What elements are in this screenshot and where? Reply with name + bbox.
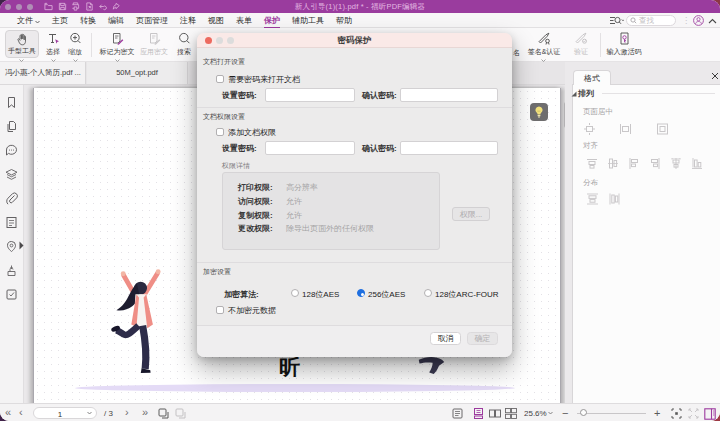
apply-redaction-button: 应用密文 [139, 30, 169, 58]
menu-form[interactable]: 表单 [236, 15, 252, 26]
search-icon [630, 17, 637, 24]
hand-tool-button[interactable]: 手型工具 [5, 30, 39, 58]
previous-view-icon[interactable] [158, 408, 169, 419]
menu-help[interactable]: 帮助 [336, 15, 352, 26]
form-edit-panel-icon[interactable] [5, 288, 18, 301]
window-title: 新人引导(1)(1).pdf * - 福昕PDF编辑器 [0, 0, 720, 13]
center-horizontal-icon[interactable] [584, 123, 595, 135]
dialog-title: 密码保护 [197, 33, 512, 48]
activation-code-button[interactable]: 输入激活码 [604, 30, 644, 58]
format-panel-tab[interactable]: 格式 [573, 70, 611, 85]
radio-aes256[interactable] [357, 289, 365, 297]
center-vertical-icon[interactable] [620, 123, 631, 135]
align-hcenter-icon[interactable] [671, 158, 682, 170]
cancel-button[interactable]: 取消 [430, 332, 461, 345]
panel-layout-toggle-icon[interactable] [704, 408, 716, 420]
last-page-button[interactable]: » [142, 406, 148, 419]
validate-button: 验证 [570, 30, 592, 58]
bookmarks-panel-icon[interactable] [5, 96, 18, 109]
radio-arcfour[interactable] [424, 289, 432, 297]
align-middle-icon[interactable] [608, 158, 619, 170]
panel-close-icon[interactable] [711, 72, 719, 80]
facing-view-icon[interactable] [489, 408, 501, 419]
align-right-icon[interactable] [650, 158, 661, 170]
menu-protect[interactable]: 保护 [264, 15, 280, 26]
set-password-input-1[interactable] [265, 88, 355, 102]
menu-accessibility[interactable]: 辅助工具 [292, 15, 324, 26]
password-protection-dialog: 密码保护 文档打开设置 需要密码来打开文档 设置密码: 确认密码: 文档权限设置… [197, 33, 512, 357]
distribute-vertical-icon[interactable] [609, 193, 620, 205]
menu-bar: 文件 主页 转换 编辑 页面管理 注释 视图 表单 保护 辅助工具 帮助 查找 … [0, 13, 720, 28]
layers-panel-icon[interactable] [5, 168, 18, 181]
menu-view[interactable]: 视图 [208, 15, 224, 26]
continuous-view-icon[interactable] [473, 408, 484, 419]
align-top-icon[interactable] [587, 158, 598, 170]
require-password-checkbox[interactable] [216, 75, 224, 83]
apply-redaction-label: 应用密文 [140, 47, 168, 57]
zoom-in-button[interactable]: + [654, 407, 660, 419]
fit-page-icon[interactable] [671, 408, 682, 419]
tips-lightbulb-button[interactable] [530, 103, 548, 121]
set-password-input-2[interactable] [265, 141, 355, 155]
radio-aes128[interactable] [291, 289, 299, 297]
page-total-label: / 3 [104, 409, 113, 418]
zoom-dropdown-caret-icon[interactable] [548, 411, 553, 415]
mark-redaction-button[interactable]: 标记为密文 [98, 30, 136, 58]
page-headline-glyph: 昕 [279, 356, 300, 377]
next-page-button[interactable]: › [125, 406, 129, 419]
center-both-icon[interactable] [657, 123, 668, 135]
destinations-panel-icon[interactable] [5, 240, 18, 253]
menu-file[interactable]: 文件 [17, 15, 40, 26]
activation-code-label: 输入激活码 [607, 47, 642, 57]
document-tab-50m[interactable]: 50M_opt.pdf [87, 62, 188, 84]
add-permission-checkbox[interactable] [216, 128, 224, 136]
menu-comment[interactable]: 注释 [180, 15, 196, 26]
facing-continuous-view-icon[interactable] [505, 408, 517, 419]
page-dropdown-caret-icon[interactable] [87, 411, 92, 415]
menu-home[interactable]: 主页 [52, 15, 68, 26]
document-tab-resume[interactable]: 冯小惠-个人简历.pdf ... [0, 62, 86, 84]
arrange-section-label: 排列 [578, 88, 594, 99]
menu-convert[interactable]: 转换 [80, 15, 96, 26]
comments-panel-icon[interactable] [5, 144, 18, 157]
zoom-slider-track[interactable] [577, 413, 646, 414]
right-panel-zone: 格式 排列 页面居中 对齐 分布 [565, 62, 720, 403]
sign-certify-button[interactable]: 签名&认证 [526, 30, 562, 58]
select-tool-button[interactable]: 选择 [44, 30, 62, 58]
align-bottom-icon[interactable] [692, 158, 703, 170]
print-perm-label: 打印权限: [238, 182, 273, 193]
zoom-percentage[interactable]: 25.6% [524, 409, 547, 418]
menu-edit[interactable]: 编辑 [108, 15, 124, 26]
previous-page-button[interactable]: ‹ [19, 406, 23, 419]
copy-perm-label: 复制权限: [238, 210, 273, 221]
page-number-input[interactable]: 1 [33, 407, 97, 419]
distribute-label: 分布 [583, 178, 598, 188]
illustration-ground-shadow [75, 384, 515, 392]
confirm-password-input-2[interactable] [400, 141, 498, 155]
zoom-out-button[interactable]: − [562, 407, 568, 419]
arrange-collapse-icon[interactable] [571, 91, 577, 97]
toolbar-divider [91, 33, 92, 57]
encrypt-section-label: 加密设置 [203, 267, 231, 277]
fields-panel-icon[interactable] [5, 216, 18, 229]
select-tool-label: 选择 [46, 47, 60, 57]
search-redact-button[interactable]: 搜索 [172, 30, 196, 58]
hand-tool-label: 手型工具 [8, 46, 36, 56]
align-left-icon[interactable] [629, 158, 640, 170]
zoom-tool-button[interactable]: 缩放 [66, 30, 84, 58]
single-page-view-icon[interactable] [452, 408, 463, 419]
access-perm-value: 允许 [286, 196, 302, 207]
first-page-button[interactable]: « [5, 406, 11, 419]
distribute-horizontal-icon[interactable] [587, 193, 598, 205]
confirm-password-input-1[interactable] [400, 88, 498, 102]
hand-icon [16, 33, 29, 46]
pages-panel-icon[interactable] [5, 120, 18, 133]
no-metadata-checkbox[interactable] [216, 306, 224, 314]
align-label: 对齐 [583, 141, 598, 151]
find-search-box[interactable]: 查找 [626, 15, 676, 26]
attachments-panel-icon[interactable] [5, 192, 18, 205]
search-redact-label: 搜索 [177, 47, 191, 57]
menu-page-management[interactable]: 页面管理 [136, 15, 168, 26]
signatures-panel-icon[interactable] [5, 264, 18, 277]
zoom-slider-knob[interactable] [580, 409, 587, 416]
